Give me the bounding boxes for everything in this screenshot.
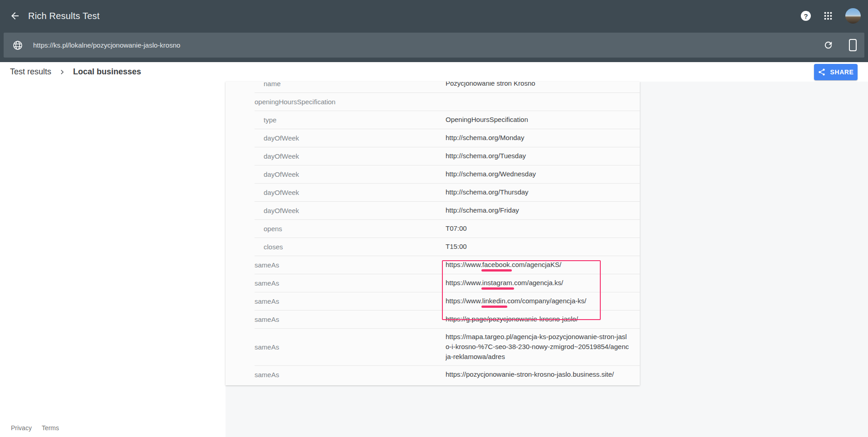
help-icon[interactable]: ? (801, 11, 811, 21)
table-row: dayOfWeekhttp://schema.org/Tuesday (226, 147, 640, 165)
property-key: dayOfWeek (264, 152, 299, 160)
property-value: http://schema.org/Thursday (446, 187, 630, 197)
table-row: opensT07:00 (226, 219, 640, 238)
table-row: sameAshttps://www.linkedin.com/company/a… (226, 292, 640, 310)
table-row: sameAshttps://www.facebook.com/agencjaKS… (226, 256, 640, 274)
property-key: sameAs (255, 343, 279, 351)
property-key: sameAs (255, 316, 279, 323)
property-value: https://pozycjonowanie-stron-krosno-jasl… (446, 369, 630, 379)
footer: Privacy Terms (11, 424, 59, 432)
property-value: https://g.page/pozycjonowanie-krosno-jas… (446, 314, 630, 324)
share-button[interactable]: SHARE (814, 64, 858, 80)
property-key: sameAs (255, 371, 279, 379)
schema-table: namePozycjonowanie stron KrosnoopeningHo… (226, 82, 640, 384)
table-row: dayOfWeekhttp://schema.org/Monday (226, 129, 640, 147)
property-key: dayOfWeek (264, 170, 299, 178)
structured-data-card: namePozycjonowanie stron KrosnoopeningHo… (226, 82, 640, 385)
property-key: dayOfWeek (264, 134, 299, 142)
pink-underline-annotation: facebook (482, 261, 510, 268)
chevron-right-icon (58, 68, 67, 77)
property-key: closes (264, 243, 283, 251)
breadcrumb: Test results Local businesses (10, 62, 141, 82)
table-row: sameAshttps://g.page/pozycjonowanie-kros… (226, 310, 640, 328)
tested-url-input[interactable]: https://ks.pl/lokalne/pozycjonowanie-jas… (33, 33, 180, 58)
pink-underline-annotation: linkedin (482, 297, 505, 305)
breadcrumb-current-page: Local businesses (73, 67, 141, 77)
table-row: dayOfWeekhttp://schema.org/Thursday (226, 183, 640, 201)
terms-link[interactable]: Terms (42, 424, 59, 432)
table-row: sameAshttps://mapa.targeo.pl/agencja-ks-… (226, 328, 640, 365)
property-key: opens (264, 225, 282, 233)
property-value: http://schema.org/Friday (446, 205, 630, 215)
property-key: name (264, 82, 281, 87)
avatar[interactable] (845, 8, 861, 24)
pink-underline-annotation: instagram (482, 279, 512, 286)
table-row: dayOfWeekhttp://schema.org/Wednesday (226, 165, 640, 183)
table-row: sameAshttps://www.instagram.com/agencja.… (226, 274, 640, 292)
property-key: dayOfWeek (264, 207, 299, 214)
property-value: http://schema.org/Monday (446, 133, 630, 143)
property-value: https://www.instagram.com/agencja.ks/ (446, 278, 630, 288)
property-key: sameAs (255, 261, 279, 269)
property-value: https://mapa.targeo.pl/agencja-ks-pozycj… (446, 332, 630, 362)
url-actions (822, 33, 859, 58)
share-icon (818, 68, 826, 76)
property-value: http://schema.org/Wednesday (446, 169, 630, 179)
arrow-left-icon (10, 10, 20, 21)
page-title: Rich Results Test (28, 0, 100, 32)
breadcrumb-test-results[interactable]: Test results (10, 67, 51, 77)
property-value: T15:00 (446, 242, 630, 252)
share-button-label: SHARE (830, 68, 853, 76)
url-bar: https://ks.pl/lokalne/pozycjonowanie-jas… (4, 33, 864, 58)
property-value: https://www.linkedin.com/company/agencja… (446, 296, 630, 306)
table-row: namePozycjonowanie stron Krosno (226, 82, 640, 92)
appbar: Rich Results Test ? (0, 0, 868, 32)
results-left-panel (0, 82, 226, 437)
property-key: type (264, 116, 276, 124)
property-key: openingHoursSpecification (255, 98, 335, 106)
table-row: typeOpeningHoursSpecification (226, 111, 640, 129)
globe-icon (12, 40, 23, 51)
property-value: OpeningHoursSpecification (446, 115, 630, 125)
refresh-icon[interactable] (822, 39, 834, 52)
app-header: Rich Results Test ? https://ks.pl/lokaln… (0, 0, 868, 62)
back-button[interactable] (7, 8, 23, 24)
property-key: dayOfWeek (264, 189, 299, 196)
property-value: https://www.facebook.com/agencjaKS/ (446, 260, 630, 270)
property-key: sameAs (255, 279, 279, 287)
property-value: Pozycjonowanie stron Krosno (446, 82, 630, 88)
apps-grid-icon[interactable] (823, 10, 834, 21)
property-value: T07:00 (446, 223, 630, 233)
property-key: sameAs (255, 297, 279, 305)
appbar-actions: ? (801, 0, 861, 32)
table-row: dayOfWeekhttp://schema.org/Friday (226, 201, 640, 219)
table-row: closesT15:00 (226, 238, 640, 256)
breadcrumb-bar: Test results Local businesses SHARE (0, 62, 868, 82)
property-value: http://schema.org/Tuesday (446, 151, 630, 161)
table-row: openingHoursSpecification (226, 92, 640, 111)
table-row: sameAshttps://pozycjonowanie-stron-krosn… (226, 365, 640, 384)
smartphone-icon[interactable] (846, 39, 859, 52)
privacy-link[interactable]: Privacy (11, 424, 32, 432)
